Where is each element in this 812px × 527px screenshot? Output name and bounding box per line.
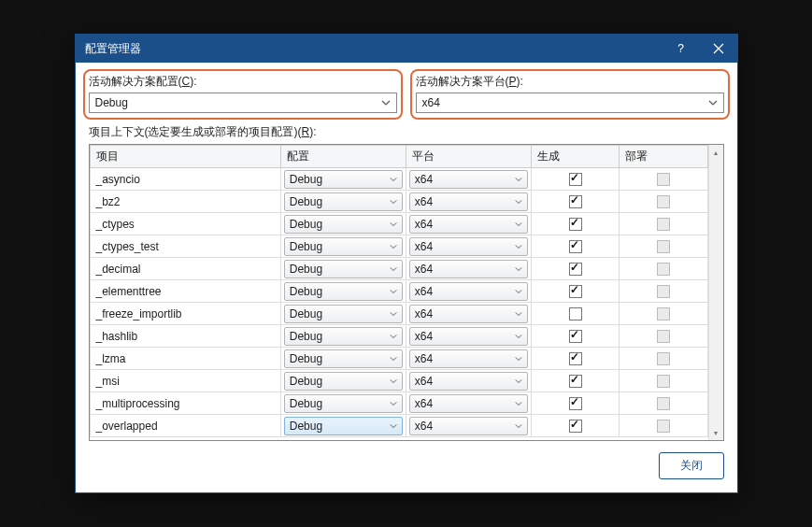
build-checkbox[interactable] — [569, 195, 582, 208]
cell-deploy — [620, 168, 707, 191]
platform-select[interactable]: x64 — [409, 305, 528, 323]
cell-project[interactable]: _asyncio — [90, 168, 280, 191]
cell-project[interactable]: _msi — [90, 370, 280, 392]
help-button[interactable]: ? — [662, 35, 700, 63]
col-header-build[interactable]: 生成 — [531, 146, 619, 168]
platform-select[interactable]: x64 — [409, 237, 528, 256]
cell-project[interactable]: _ctypes — [90, 213, 280, 235]
build-checkbox[interactable] — [569, 263, 582, 276]
platform-select[interactable]: x64 — [409, 327, 528, 346]
build-checkbox[interactable] — [569, 352, 582, 365]
col-header-project[interactable]: 项目 — [90, 146, 280, 168]
build-checkbox[interactable] — [569, 173, 582, 186]
cell-project[interactable]: _lzma — [90, 348, 280, 370]
cell-project[interactable]: _hashlib — [90, 325, 280, 348]
cell-project[interactable]: _multiprocessing — [90, 392, 280, 415]
close-button[interactable]: 关闭 — [659, 452, 724, 479]
platform-select[interactable]: x64 — [409, 260, 528, 278]
scrollbar-track[interactable] — [709, 160, 723, 425]
col-header-deploy[interactable]: 部署 — [620, 146, 707, 168]
scroll-down-arrow[interactable]: ▾ — [709, 425, 723, 440]
table-row: _freeze_importlibDebugx64 — [90, 303, 707, 325]
chevron-down-icon — [390, 422, 397, 430]
config-select[interactable]: Debug — [284, 372, 403, 391]
build-checkbox[interactable] — [569, 375, 582, 388]
config-select[interactable]: Debug — [284, 282, 403, 301]
active-config-row: 活动解决方案配置(C): Debug 活动解决方案平台(P): — [89, 74, 724, 115]
cell-project[interactable]: _freeze_importlib — [90, 303, 280, 325]
cell-config: Debug — [280, 191, 406, 213]
table-row: _asyncioDebugx64 — [90, 168, 707, 191]
active-config-highlight: 活动解决方案配置(C): Debug — [83, 69, 403, 120]
platform-select[interactable]: x64 — [409, 349, 528, 368]
config-select[interactable]: Debug — [284, 305, 403, 323]
table-row: _ctypes_testDebugx64 — [90, 235, 707, 258]
cell-project[interactable]: _decimal — [90, 258, 280, 280]
vertical-scrollbar[interactable]: ▴ ▾ — [708, 145, 723, 440]
platform-select[interactable]: x64 — [409, 192, 528, 211]
deploy-checkbox — [657, 352, 670, 365]
build-checkbox[interactable] — [569, 307, 582, 320]
cell-project[interactable]: _bz2 — [90, 191, 280, 213]
platform-select[interactable]: x64 — [409, 282, 528, 301]
build-checkbox[interactable] — [569, 285, 582, 298]
build-checkbox[interactable] — [569, 420, 582, 433]
config-select[interactable]: Debug — [284, 192, 403, 211]
cell-config: Debug — [280, 325, 406, 348]
cell-build — [531, 348, 619, 370]
platform-select[interactable]: x64 — [409, 372, 528, 391]
active-config-label: 活动解决方案配置(C): — [89, 75, 197, 88]
cell-deploy — [620, 325, 707, 348]
chevron-down-icon — [390, 198, 397, 206]
cell-project[interactable]: _ctypes_test — [90, 235, 280, 258]
cell-deploy — [620, 415, 707, 437]
platform-select[interactable]: x64 — [409, 417, 528, 435]
active-platform-label: 活动解决方案平台(P): — [416, 75, 523, 88]
cell-project[interactable]: _elementtree — [90, 280, 280, 303]
platform-select[interactable]: x64 — [409, 215, 528, 234]
active-platform-value: x64 — [422, 96, 440, 109]
chevron-down-icon — [515, 422, 522, 430]
col-header-config[interactable]: 配置 — [280, 146, 406, 168]
cell-build — [531, 370, 619, 392]
build-checkbox[interactable] — [569, 397, 582, 410]
chevron-down-icon — [390, 355, 397, 363]
cell-build — [531, 392, 619, 415]
config-select[interactable]: Debug — [284, 349, 403, 368]
table-row: _bz2Debugx64 — [90, 191, 707, 213]
platform-select[interactable]: x64 — [409, 170, 528, 189]
active-platform-highlight: 活动解决方案平台(P): x64 — [410, 69, 730, 120]
config-select[interactable]: Debug — [284, 237, 403, 256]
cell-platform: x64 — [406, 213, 531, 235]
help-icon: ? — [677, 42, 684, 55]
config-select[interactable]: Debug — [284, 170, 403, 189]
chevron-down-icon — [515, 377, 522, 385]
config-select[interactable]: Debug — [284, 327, 403, 346]
project-table-scroll: 项目 配置 平台 生成 部署 _asyncioDebugx64_bz2Debug… — [90, 145, 708, 440]
platform-select[interactable]: x64 — [409, 394, 528, 413]
chevron-down-icon — [515, 310, 522, 318]
chevron-down-icon — [390, 400, 397, 407]
chevron-down-icon — [515, 288, 522, 295]
build-checkbox[interactable] — [569, 330, 582, 343]
build-checkbox[interactable] — [569, 218, 582, 231]
deploy-checkbox — [657, 173, 670, 186]
cell-project[interactable]: _overlapped — [90, 415, 280, 437]
chevron-down-icon — [381, 98, 391, 107]
window-close-button[interactable] — [700, 35, 737, 63]
active-platform-select[interactable]: x64 — [416, 93, 724, 113]
active-config-value: Debug — [95, 96, 128, 109]
active-config-select[interactable]: Debug — [89, 93, 397, 113]
table-row: _ctypesDebugx64 — [90, 213, 707, 235]
chevron-down-icon — [515, 355, 522, 363]
deploy-checkbox — [657, 263, 670, 276]
config-select[interactable]: Debug — [284, 260, 403, 278]
config-select[interactable]: Debug — [284, 417, 403, 435]
build-checkbox[interactable] — [569, 240, 582, 253]
cell-deploy — [620, 348, 707, 370]
table-row: _lzmaDebugx64 — [90, 348, 707, 370]
config-select[interactable]: Debug — [284, 215, 403, 234]
scroll-up-arrow[interactable]: ▴ — [709, 145, 723, 160]
config-select[interactable]: Debug — [284, 394, 403, 413]
col-header-platform[interactable]: 平台 — [406, 146, 531, 168]
